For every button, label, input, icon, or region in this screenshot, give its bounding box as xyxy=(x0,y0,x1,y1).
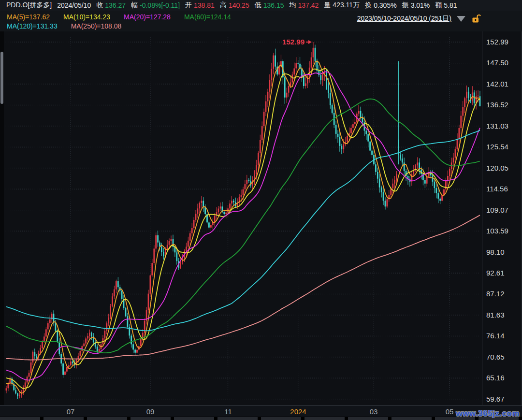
quote-field-turnover: 换0.305% xyxy=(365,1,396,10)
bottom-toolbar-button[interactable] xyxy=(218,417,258,420)
price-tick-label: 142.01 xyxy=(486,80,508,88)
price-tick-label: 92.61 xyxy=(486,269,505,277)
ma-line-ma20 xyxy=(6,72,480,380)
ma-legend-bar: MA(5)=137.62MA(10)=134.23MA(20)=127.28MA… xyxy=(0,11,522,31)
price-tick-label: 59.67 xyxy=(486,395,505,403)
price-tick-label: 70.65 xyxy=(486,353,505,361)
bottom-toolbar-button[interactable] xyxy=(0,417,40,420)
price-tick-label: 103.59 xyxy=(486,227,508,235)
price-tick-label: 136.52 xyxy=(486,101,508,109)
bottom-toolbar[interactable] xyxy=(0,417,522,420)
date-range-control[interactable]: 2023/05/10-2024/05/10 (251日) xyxy=(357,14,481,24)
quote-field-volume: 量423.11万 xyxy=(324,1,360,10)
bottom-toolbar-button[interactable] xyxy=(130,417,171,420)
bottom-toolbar-button[interactable] xyxy=(44,417,84,420)
price-tick-label: 98.10 xyxy=(486,248,505,256)
price-tick-label: 125.54 xyxy=(486,143,508,151)
quote-field-change: 幅-0.08%[-0.11] xyxy=(131,1,180,10)
quote-field-low: 低136.15 xyxy=(255,1,284,10)
left-scrollbar[interactable] xyxy=(0,31,4,405)
price-tick-label: 120.05 xyxy=(486,164,508,172)
time-tick-label: 2024 xyxy=(290,407,306,416)
quote-bar: PDD.O[拼多多] 2024/05/10 收136.27幅-0.08%[-0.… xyxy=(0,0,522,11)
quote-field-amount: 额5.81 xyxy=(435,1,457,10)
date-range-label[interactable]: 2023/05/10-2024/05/10 (251日) xyxy=(357,14,451,23)
unlock-icon[interactable] xyxy=(471,14,481,24)
ma-line-ma5 xyxy=(6,61,480,393)
ma-line-ma250 xyxy=(6,215,480,360)
quote-field-close: 收136.27 xyxy=(96,1,126,10)
time-tick-label: 03 xyxy=(370,407,378,416)
ma-line-ma120 xyxy=(6,130,480,331)
time-tick-label: 07 xyxy=(67,407,75,416)
price-tick-label: 65.16 xyxy=(486,374,505,382)
price-tick-label: 87.12 xyxy=(486,290,505,298)
price-axis: 152.99147.50142.01136.52131.03125.54120.… xyxy=(482,31,522,405)
price-tick-label: 81.63 xyxy=(486,311,505,319)
bottom-toolbar-button[interactable] xyxy=(87,417,127,420)
quote-fields: 收136.27幅-0.08%[-0.11]开138.81高140.25低136.… xyxy=(96,1,457,10)
bottom-toolbar-button[interactable] xyxy=(174,417,214,420)
bottom-toolbar-button[interactable] xyxy=(348,417,388,420)
svg-text:152.99: 152.99 xyxy=(282,38,304,46)
quote-field-open: 开138.81 xyxy=(185,1,215,10)
price-tick-label: 76.14 xyxy=(486,332,505,340)
price-tick-label: 109.07 xyxy=(486,206,508,214)
quote-field-avg: 均137.42 xyxy=(290,1,319,10)
legend-ma250: MA(250)=108.08 xyxy=(71,22,122,30)
quote-field-amplitude: 振3.01% xyxy=(402,1,430,10)
stock-app-window: PDD.O[拼多多] 2024/05/10 收136.27幅-0.08%[-0.… xyxy=(0,0,522,420)
symbol-name: PDD.O[拼多多] xyxy=(6,1,52,10)
time-tick-label: 09 xyxy=(146,407,155,416)
time-axis: 07091120240305 xyxy=(0,405,522,417)
grid xyxy=(5,37,480,400)
legend-ma120: MA(120)=131.33 xyxy=(7,22,58,30)
high-annotation: 152.99 xyxy=(282,38,312,46)
legend-ma10: MA(10)=134.23 xyxy=(63,13,110,21)
legend-ma5: MA(5)=137.62 xyxy=(7,13,50,21)
ma-line-ma60 xyxy=(6,99,480,353)
candlestick-chart[interactable]: 152.99 xyxy=(4,31,482,405)
time-tick-label: 05 xyxy=(446,407,454,416)
time-tick-label: 11 xyxy=(224,407,232,416)
bottom-toolbar-button[interactable] xyxy=(261,417,301,420)
candles xyxy=(6,42,481,399)
price-tick-label: 152.99 xyxy=(486,38,508,46)
bottom-toolbar-button[interactable] xyxy=(304,417,345,420)
price-tick-label: 131.03 xyxy=(486,122,508,130)
quote-date: 2024/05/10 xyxy=(57,1,91,9)
ma-line-ma10 xyxy=(6,68,480,389)
chevron-down-icon[interactable] xyxy=(457,16,465,22)
bottom-toolbar-button[interactable] xyxy=(392,417,432,420)
watermark: www.365jz.com xyxy=(456,409,520,419)
legend-ma60: MA(60)=124.14 xyxy=(184,13,231,21)
ma-legend-row-2: MA(120)=131.33MA(250)=108.08 xyxy=(7,22,135,30)
quote-field-high: 高140.25 xyxy=(220,1,249,10)
left-scrollbar-thumb[interactable] xyxy=(0,52,3,104)
price-tick-label: 147.50 xyxy=(486,58,508,67)
price-tick-label: 114.56 xyxy=(486,185,508,193)
legend-ma20: MA(20)=127.28 xyxy=(124,13,171,21)
ma-legend-row-1: MA(5)=137.62MA(10)=134.23MA(20)=127.28MA… xyxy=(7,13,245,21)
